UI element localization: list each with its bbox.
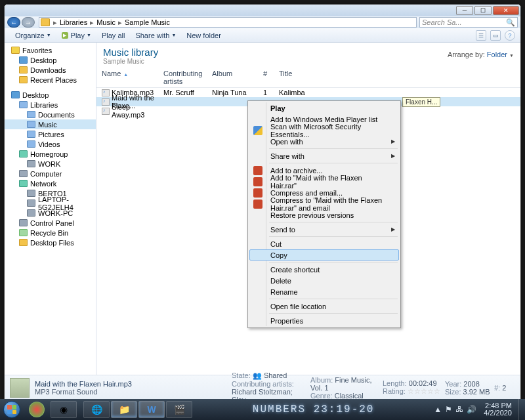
minimize-button[interactable]: ─ xyxy=(456,6,473,15)
content-pane: Music library Sample Music Arrange by: F… xyxy=(96,43,520,375)
sidebar-music[interactable]: Music xyxy=(5,119,96,129)
sidebar-desktopfiles[interactable]: Desktop Files xyxy=(5,238,96,247)
recycle-icon xyxy=(19,229,28,236)
back-button[interactable]: ← xyxy=(7,17,20,28)
taskbar-media[interactable]: 🎬 xyxy=(166,401,192,418)
rar-icon xyxy=(253,166,262,175)
sidebar-recycle[interactable]: Recycle Bin xyxy=(5,228,96,238)
ctx-scan[interactable]: Scan with Microsoft Security Essentials.… xyxy=(249,125,399,136)
sidebar-recent[interactable]: Recent Places xyxy=(5,75,96,85)
rar-icon xyxy=(253,177,262,186)
taskbar: ◉ 🌐 📁 W 🎬 NUMBERS 23:19-20 ▲ ⚑ 🖧 🔊 2:48 … xyxy=(0,399,525,420)
desktop-icon xyxy=(19,56,28,64)
play-icon: ▶ xyxy=(62,32,68,39)
ctx-openloc[interactable]: Open file location xyxy=(249,301,399,312)
sidebar-videos[interactable]: Videos xyxy=(5,139,96,149)
details-type: MP3 Format Sound xyxy=(35,388,232,396)
ctx-copy[interactable]: Copy xyxy=(249,249,399,261)
playall-button[interactable]: Play all xyxy=(96,30,130,41)
audio-file-icon xyxy=(102,98,110,106)
ctx-play[interactable]: Play xyxy=(249,102,399,114)
column-headers[interactable]: Name▲ Contributing artists Album # Title xyxy=(96,68,520,88)
explorer-window: ─ ☐ ✕ ← → ▸ Libraries ▸ Music ▸ Sample M… xyxy=(4,4,521,399)
tray-volume-icon[interactable]: 🔊 xyxy=(467,405,476,414)
context-menu: Play Add to Windows Media Player list Sc… xyxy=(247,100,401,328)
search-input[interactable]: Search Sa... 🔍 xyxy=(419,17,518,28)
arrange-by[interactable]: Arrange by: Folder ▼ xyxy=(448,47,514,58)
ctx-sendto[interactable]: Send to▶ xyxy=(249,224,399,235)
maximize-button[interactable]: ☐ xyxy=(474,6,492,15)
preview-button[interactable]: ▭ xyxy=(490,30,501,41)
taskbar-word[interactable]: W xyxy=(138,401,165,418)
toolbar: Organize▼ ▶Play▼ Play all Share with▼ Ne… xyxy=(5,28,520,43)
titlebar: ─ ☐ ✕ xyxy=(5,5,520,16)
breadcrumb-sample[interactable]: Sample Music xyxy=(123,18,172,26)
folder-icon xyxy=(41,18,50,26)
col-num: # xyxy=(263,70,279,85)
chevron-right-icon: ▸ xyxy=(89,18,94,27)
sidebar-pictures[interactable]: Pictures xyxy=(5,129,96,139)
breadcrumb-music[interactable]: Music xyxy=(94,18,117,26)
chevron-right-icon: ▸ xyxy=(117,18,123,27)
ctx-delete[interactable]: Delete xyxy=(249,275,399,286)
taskbar-clock[interactable]: 2:48 PM4/2/2020 xyxy=(480,402,516,417)
rar-icon xyxy=(253,200,262,209)
ctx-openwith[interactable]: Open with▶ xyxy=(249,136,399,147)
ctx-shortcut[interactable]: Create shortcut xyxy=(249,264,399,275)
sharewith-button[interactable]: Share with▼ xyxy=(130,30,181,41)
ctx-restore[interactable]: Restore previous versions xyxy=(249,209,399,220)
audio-file-icon xyxy=(102,89,110,96)
taskbar-explorer[interactable]: 📁 xyxy=(111,401,137,418)
sidebar-desktop[interactable]: Desktop xyxy=(5,55,96,65)
sidebar-documents[interactable]: Documents xyxy=(5,110,96,119)
forward-button[interactable]: → xyxy=(22,17,35,28)
start-button[interactable] xyxy=(0,399,24,420)
close-button[interactable]: ✕ xyxy=(493,6,519,15)
play-button[interactable]: ▶Play▼ xyxy=(56,30,96,41)
ctx-sharewith[interactable]: Share with▶ xyxy=(249,150,399,161)
tooltip: Flaxen H... xyxy=(402,97,440,107)
audio-file-icon xyxy=(102,108,110,115)
sidebar-work[interactable]: WORK xyxy=(5,159,96,169)
ctx-addrar[interactable]: Add to "Maid with the Flaxen Hair.rar" xyxy=(249,176,399,187)
newfolder-button[interactable]: New folder xyxy=(181,30,226,41)
sidebar-libraries[interactable]: Libraries xyxy=(5,100,96,110)
ctx-cut[interactable]: Cut xyxy=(249,238,399,249)
folder-icon xyxy=(19,239,28,246)
taskbar-chrome[interactable] xyxy=(29,402,45,417)
search-icon: 🔍 xyxy=(506,18,515,27)
breadcrumb[interactable]: ▸ Libraries ▸ Music ▸ Sample Music xyxy=(39,17,417,28)
ctx-compressrar[interactable]: Compress to "Maid with the Flaxen Hair.r… xyxy=(249,198,399,209)
help-button[interactable]: ? xyxy=(505,30,515,41)
ctx-properties[interactable]: Properties xyxy=(249,315,399,326)
file-thumbnail xyxy=(10,378,30,398)
ctx-rename[interactable]: Rename xyxy=(249,286,399,297)
sidebar-network[interactable]: Network xyxy=(5,178,96,188)
sidebar-laptop[interactable]: LAPTOP-5G2JELH4 xyxy=(5,198,96,208)
organize-button[interactable]: Organize▼ xyxy=(10,30,56,41)
computer-icon xyxy=(27,209,35,217)
user-icon xyxy=(27,160,35,167)
sidebar-favorites[interactable]: Favorites xyxy=(5,45,96,55)
show-desktop-button[interactable] xyxy=(518,399,525,420)
taskbar-app[interactable]: ◉ xyxy=(51,401,77,418)
col-name: Name▲ xyxy=(102,70,163,85)
sidebar-controlpanel[interactable]: Control Panel xyxy=(5,218,96,228)
sidebar-desktop-root[interactable]: Desktop xyxy=(5,90,96,100)
taskbar-chrome2[interactable]: 🌐 xyxy=(83,401,110,418)
breadcrumb-libraries[interactable]: Libraries xyxy=(58,18,89,26)
tray-flag-icon[interactable]: ⚑ xyxy=(445,405,452,414)
desktop-icon xyxy=(11,91,20,98)
tray-up-icon[interactable]: ▲ xyxy=(434,405,442,414)
sidebar-homegroup[interactable]: Homegroup xyxy=(5,149,96,159)
network-icon xyxy=(19,180,28,187)
sidebar-computer[interactable]: Computer xyxy=(5,169,96,178)
sidebar-downloads[interactable]: Downloads xyxy=(5,65,96,75)
system-tray: ▲ ⚑ 🖧 🔊 2:48 PM4/2/2020 xyxy=(434,402,518,417)
view-button[interactable]: ☰ xyxy=(476,30,486,41)
tray-network-icon[interactable]: 🖧 xyxy=(455,405,463,414)
shield-icon xyxy=(253,126,262,135)
library-title: Music library xyxy=(103,47,158,58)
computer-icon xyxy=(19,170,28,177)
windows-logo-icon xyxy=(3,401,20,418)
